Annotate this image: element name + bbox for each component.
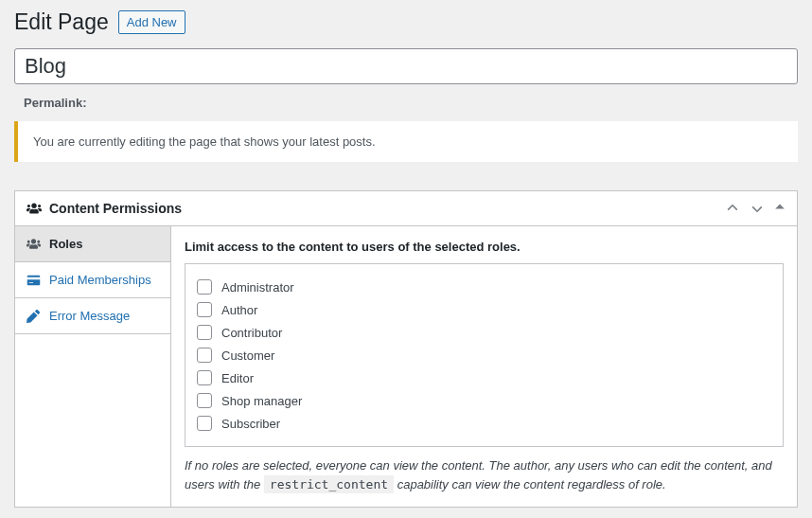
content-permissions-postbox: Content Permissions Roles	[14, 190, 798, 508]
role-checkbox-administrator[interactable]	[197, 279, 212, 295]
role-checkbox-contributor[interactable]	[197, 325, 212, 340]
role-checkbox-editor[interactable]	[197, 370, 212, 385]
tab-label: Error Message	[49, 309, 130, 323]
tab-label: Roles	[49, 237, 82, 251]
pencil-icon	[26, 310, 42, 323]
roles-heading: Limit access to the content to users of …	[185, 240, 784, 254]
postbox-header: Content Permissions	[15, 191, 797, 226]
page-heading: Edit Page Add New	[14, 0, 798, 48]
tab-error-message[interactable]: Error Message	[15, 298, 170, 334]
role-label: Shop manager	[221, 394, 302, 408]
role-checkbox-shop-manager[interactable]	[197, 393, 212, 408]
role-label: Administrator	[221, 280, 294, 295]
role-checkbox-customer[interactable]	[197, 348, 212, 363]
role-label: Subscriber	[221, 417, 280, 431]
help-code: restrict_content	[264, 475, 394, 493]
tab-roles[interactable]: Roles	[15, 226, 170, 262]
postbox-title-text: Content Permissions	[49, 201, 182, 216]
postbox-body: Roles Paid Memberships Error Message Lim…	[15, 226, 797, 507]
card-icon	[26, 275, 42, 286]
users-icon	[26, 202, 42, 215]
notice-banner: You are currently editing the page that …	[14, 121, 798, 162]
role-row: Contributor	[197, 321, 771, 344]
move-up-icon[interactable]	[725, 201, 740, 216]
permalink-label: Permalink:	[14, 84, 798, 121]
page-title: Edit Page	[14, 9, 109, 35]
notice-text: You are currently editing the page that …	[33, 134, 376, 149]
role-label: Contributor	[221, 326, 282, 340]
postbox-tabs: Roles Paid Memberships Error Message	[15, 226, 171, 507]
role-row: Author	[197, 298, 771, 321]
role-row: Editor	[197, 366, 771, 389]
roles-help-text: If no roles are selected, everyone can v…	[185, 456, 784, 493]
users-icon	[26, 238, 42, 250]
page-title-input[interactable]	[14, 48, 798, 84]
role-row: Subscriber	[197, 412, 771, 435]
roles-list: Administrator Author Contributor Custome…	[185, 263, 784, 447]
role-checkbox-subscriber[interactable]	[197, 416, 212, 431]
postbox-title: Content Permissions	[26, 201, 182, 216]
role-row: Administrator	[197, 276, 771, 298]
toggle-icon[interactable]	[774, 201, 786, 216]
help-suffix: capability can view the content regardle…	[394, 477, 666, 491]
role-label: Author	[221, 303, 257, 317]
tab-label: Paid Memberships	[49, 273, 151, 287]
tab-paid-memberships[interactable]: Paid Memberships	[15, 262, 170, 298]
role-row: Shop manager	[197, 389, 771, 412]
move-down-icon[interactable]	[750, 201, 765, 216]
role-checkbox-author[interactable]	[197, 302, 212, 317]
postbox-controls	[725, 201, 786, 216]
role-row: Customer	[197, 344, 771, 366]
role-label: Editor	[221, 371, 254, 385]
role-label: Customer	[221, 348, 274, 363]
roles-panel: Limit access to the content to users of …	[171, 226, 797, 507]
add-new-button[interactable]: Add New	[118, 10, 185, 34]
